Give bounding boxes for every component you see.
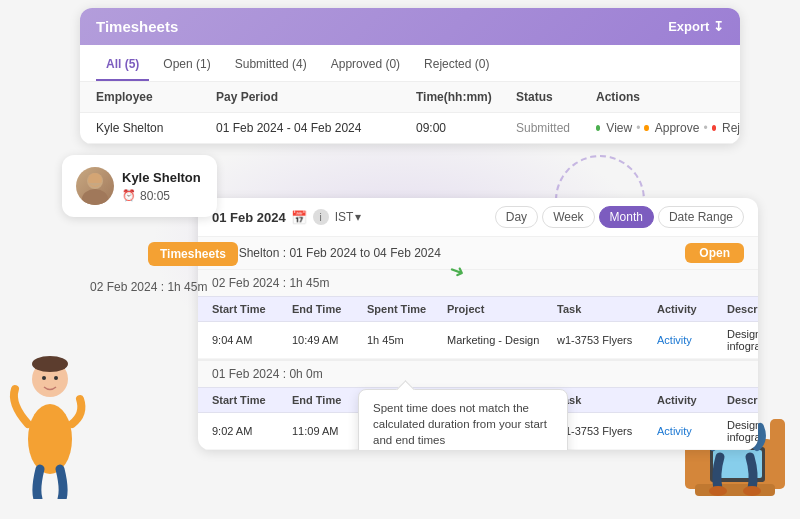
s1-spent: 1h 45m	[367, 334, 447, 346]
svg-point-20	[709, 486, 727, 496]
svg-point-6	[42, 376, 46, 380]
tab-open[interactable]: Open (1)	[153, 53, 220, 81]
open-status-badge[interactable]: Open	[685, 243, 744, 263]
col-employee: Employee	[96, 90, 216, 104]
row-actions: View • Approve • Reject	[596, 121, 740, 135]
tab-rejected[interactable]: Rejected (0)	[414, 53, 499, 81]
detail-subheader: Kyle Shelton : 01 Feb 2024 to 04 Feb 202…	[198, 237, 758, 270]
col-status: Status	[516, 90, 596, 104]
export-button[interactable]: Export ↧	[668, 19, 724, 34]
date-text: 01 Feb 2024	[212, 210, 286, 225]
section2-header: 01 Feb 2024 : 0h 0m	[198, 359, 758, 387]
range-text: Kyle Shelton : 01 Feb 2024 to 04 Feb 202…	[212, 246, 441, 260]
reject-action[interactable]: Reject	[722, 121, 740, 135]
avatar	[76, 167, 114, 205]
date-picker-group: 01 Feb 2024 📅 i IST ▾	[212, 209, 361, 225]
profile-hours: 80:05	[140, 189, 170, 203]
approve-dot	[644, 125, 648, 131]
s1-project: Marketing - Design	[447, 334, 557, 346]
s1-col-start: Start Time	[212, 303, 292, 315]
s2-col-task: Task	[557, 394, 657, 406]
view-week-button[interactable]: Week	[542, 206, 594, 228]
timesheets-card: Timesheets Export ↧ All (5) Open (1) Sub…	[80, 8, 740, 144]
s1-end: 10:49 AM	[292, 334, 367, 346]
detail-card: 01 Feb 2024 📅 i IST ▾ Day Week Month Dat…	[198, 198, 758, 450]
timesheets-badge[interactable]: Timesheets	[148, 242, 238, 266]
s2-task: w1-3753 Flyers	[557, 425, 657, 437]
svg-point-5	[32, 356, 68, 372]
svg-point-21	[743, 486, 761, 496]
view-buttons: Day Week Month Date Range	[495, 206, 744, 228]
table-row: Kyle Shelton 01 Feb 2024 - 04 Feb 2024 0…	[80, 113, 740, 144]
main-container: Timesheets Export ↧ All (5) Open (1) Sub…	[0, 0, 800, 519]
approve-action[interactable]: Approve	[655, 121, 700, 135]
reject-dot	[712, 125, 716, 131]
row-employee: Kyle Shelton	[96, 121, 216, 135]
s1-col-end: End Time	[292, 303, 367, 315]
character-left	[0, 299, 100, 499]
s1-desc: Design 4 infographs	[727, 328, 758, 352]
row-time: 09:00	[416, 121, 516, 135]
s1-activity-link[interactable]: Activity	[657, 334, 727, 346]
view-dot	[596, 125, 600, 131]
s1-col-desc: Description	[727, 303, 758, 315]
tab-submitted[interactable]: Submitted (4)	[225, 53, 317, 81]
svg-rect-11	[695, 484, 775, 496]
s1-col-project: Project	[447, 303, 557, 315]
svg-point-7	[54, 376, 58, 380]
table-area: Employee Pay Period Time(hh:mm) Status A…	[80, 82, 740, 144]
svg-point-1	[82, 189, 108, 205]
col-actions: Actions	[596, 90, 740, 104]
tooltip-text: Spent time does not match the calculated…	[373, 402, 547, 446]
s2-desc: Design 4 infograph	[727, 419, 758, 443]
s2-col-start: Start Time	[212, 394, 292, 406]
calendar-icon[interactable]: 📅	[291, 210, 307, 225]
section1-table-header: Start Time End Time Spent Time Project T…	[198, 296, 758, 322]
s1-col-task: Task	[557, 303, 657, 315]
warning-tooltip: Spent time does not match the calculated…	[358, 389, 568, 450]
profile-time: ⏰ 80:05	[122, 189, 201, 203]
clock-icon: ⏰	[122, 189, 136, 202]
s1-start: 9:04 AM	[212, 334, 292, 346]
profile-name: Kyle Shelton	[122, 170, 201, 185]
row-status: Submitted	[516, 121, 596, 135]
col-time: Time(hh:mm)	[416, 90, 516, 104]
s2-start: 9:02 AM	[212, 425, 292, 437]
profile-inner: Kyle Shelton ⏰ 80:05	[76, 167, 203, 205]
svg-point-3	[28, 404, 72, 474]
view-day-button[interactable]: Day	[495, 206, 538, 228]
card-header: Timesheets Export ↧	[80, 8, 740, 45]
section2-row: 9:02 AM 11:09 AM < 1m ⚠ Marketing - Desi…	[198, 413, 758, 450]
section1-header: 02 Feb 2024 : 1h 45m	[198, 270, 758, 296]
s2-end: 11:09 AM	[292, 425, 367, 437]
view-month-button[interactable]: Month	[599, 206, 654, 228]
s2-col-activity: Activity	[657, 394, 727, 406]
s2-col-end: End Time	[292, 394, 367, 406]
tabs-row: All (5) Open (1) Submitted (4) Approved …	[80, 45, 740, 82]
tab-all[interactable]: All (5)	[96, 53, 149, 81]
view-daterange-button[interactable]: Date Range	[658, 206, 744, 228]
table-header: Employee Pay Period Time(hh:mm) Status A…	[80, 82, 740, 113]
info-icon[interactable]: i	[313, 209, 329, 225]
s2-activity-link[interactable]: Activity	[657, 425, 727, 437]
profile-info: Kyle Shelton ⏰ 80:05	[122, 170, 201, 203]
detail-header: 01 Feb 2024 📅 i IST ▾ Day Week Month Dat…	[198, 198, 758, 237]
s2-col-desc: Description	[727, 394, 758, 406]
card-title: Timesheets	[96, 18, 178, 35]
section1-row: 9:04 AM 10:49 AM 1h 45m Marketing - Desi…	[198, 322, 758, 359]
col-pay-period: Pay Period	[216, 90, 416, 104]
svg-rect-10	[770, 419, 785, 489]
row-pay-period: 01 Feb 2024 - 04 Feb 2024	[216, 121, 416, 135]
profile-card: Kyle Shelton ⏰ 80:05	[62, 155, 217, 217]
timezone-selector[interactable]: IST ▾	[335, 210, 362, 224]
date-info-label: 02 Feb 2024 : 1h 45m	[90, 280, 207, 294]
date-display: 01 Feb 2024 📅	[212, 210, 307, 225]
s1-task: w1-3753 Flyers	[557, 334, 657, 346]
s1-col-activity: Activity	[657, 303, 727, 315]
s1-col-spent: Spent Time	[367, 303, 447, 315]
tab-approved[interactable]: Approved (0)	[321, 53, 410, 81]
view-action[interactable]: View	[606, 121, 632, 135]
